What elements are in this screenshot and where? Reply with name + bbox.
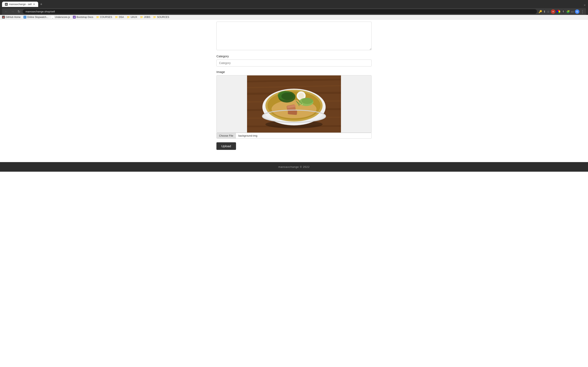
- bookmark-dsa-label: DSA: [119, 16, 124, 18]
- bookmark-icon[interactable]: ☆: [547, 10, 550, 13]
- upload-button[interactable]: Upload: [216, 142, 236, 150]
- bootstrap-favicon: B: [73, 16, 76, 18]
- profile-icon[interactable]: G: [575, 9, 579, 14]
- image-preview: [216, 75, 372, 133]
- uiux-folder-icon: 📁: [127, 16, 130, 18]
- courses-folder-icon: 📁: [96, 16, 99, 18]
- bookmarks-bar: 🐙 GitHub Home ⏱ Online Stopwatch... _ Un…: [0, 15, 588, 20]
- svg-point-20: [302, 98, 313, 104]
- category-input[interactable]: [216, 59, 372, 67]
- tab-list-button[interactable]: ⌄: [583, 2, 586, 6]
- forward-button[interactable]: →: [10, 9, 15, 14]
- address-bar-row: ← → ↻ 🔑 ⬆ ☆ ● S 🧩 ▭ G ⋮: [2, 8, 586, 15]
- sources-folder-icon: 📁: [153, 16, 156, 18]
- bookmark-github[interactable]: 🐙 GitHub Home: [2, 16, 21, 18]
- file-name-display: background-img: [236, 133, 371, 138]
- bookmark-underscore-label: Underscore.js: [55, 16, 70, 18]
- bookmark-sources[interactable]: 📁 SOURCES: [153, 16, 169, 18]
- extension-dark-icon[interactable]: S: [562, 10, 565, 13]
- choose-file-button[interactable]: Choose File: [217, 133, 236, 138]
- bookmark-underscore[interactable]: _ Underscore.js: [51, 16, 70, 18]
- category-label: Category: [216, 54, 372, 58]
- form-area: Category Image: [216, 20, 372, 154]
- bookmark-stopwatch[interactable]: ⏱ Online Stopwatch...: [24, 16, 48, 18]
- window-icon[interactable]: ▭: [571, 10, 574, 13]
- bookmark-github-label: GitHub Home: [6, 16, 21, 18]
- extensions-icon[interactable]: 🧩: [566, 10, 570, 13]
- bookmark-jobs[interactable]: 📁 JOBS: [140, 16, 150, 18]
- jobs-folder-icon: 📁: [140, 16, 143, 18]
- password-icon: 🔑: [539, 10, 542, 13]
- bookmark-bootstrap-label: Bootstrap Docs: [77, 16, 93, 18]
- share-icon[interactable]: ⬆: [543, 10, 546, 13]
- dsa-folder-icon: 📁: [115, 16, 118, 18]
- image-label: Image: [216, 70, 372, 74]
- tab-bar: m manoaxchange - sell ✕ + ⌄: [2, 2, 586, 7]
- underscore-favicon: _: [51, 16, 54, 18]
- github-favicon: 🐙: [2, 16, 5, 18]
- bookmark-uiux-label: UI/UX: [131, 16, 137, 18]
- svg-point-16: [281, 92, 294, 100]
- tab-right-controls: ⌄: [583, 2, 586, 6]
- food-image-svg: [247, 75, 341, 133]
- tab-close-button[interactable]: ✕: [33, 3, 35, 6]
- browser-icons: 🔑 ⬆ ☆ ● S 🧩 ▭ G ⋮: [539, 9, 584, 14]
- bookmark-courses-label: COURSES: [100, 16, 112, 18]
- address-input[interactable]: [23, 9, 537, 14]
- bookmark-courses[interactable]: 📁 COURSES: [96, 16, 112, 18]
- footer-text: manoaxchange © 2022: [278, 165, 310, 168]
- bookmark-uiux[interactable]: 📁 UI/UX: [127, 16, 137, 18]
- active-tab[interactable]: m manoaxchange - sell ✕: [2, 2, 38, 7]
- page-footer: manoaxchange © 2022: [0, 162, 588, 172]
- description-textarea[interactable]: [216, 22, 372, 50]
- extension-red-icon[interactable]: ●: [551, 9, 555, 14]
- menu-button[interactable]: ⋮: [581, 9, 584, 14]
- tab-favicon: m: [5, 3, 8, 6]
- stopwatch-favicon: ⏱: [24, 16, 26, 18]
- bookmark-jobs-label: JOBS: [144, 16, 150, 18]
- extension-color-icon[interactable]: [557, 10, 560, 13]
- bookmark-stopwatch-label: Online Stopwatch...: [27, 16, 48, 18]
- bookmark-bootstrap[interactable]: B Bootstrap Docs: [73, 16, 93, 18]
- svg-point-26: [302, 104, 303, 105]
- browser-chrome: m manoaxchange - sell ✕ + ⌄ ← → ↻ 🔑 ⬆ ☆ …: [0, 0, 588, 15]
- bookmark-dsa[interactable]: 📁 DSA: [115, 16, 124, 18]
- reload-button[interactable]: ↻: [17, 9, 21, 14]
- new-tab-button[interactable]: +: [39, 2, 44, 7]
- tab-title: manoaxchange - sell: [9, 3, 32, 6]
- file-input-row: Choose File background-img: [216, 133, 372, 139]
- page-content: Category Image: [0, 20, 588, 162]
- back-button[interactable]: ←: [4, 9, 9, 14]
- svg-point-18: [298, 93, 304, 99]
- bookmark-sources-label: SOURCES: [157, 16, 169, 18]
